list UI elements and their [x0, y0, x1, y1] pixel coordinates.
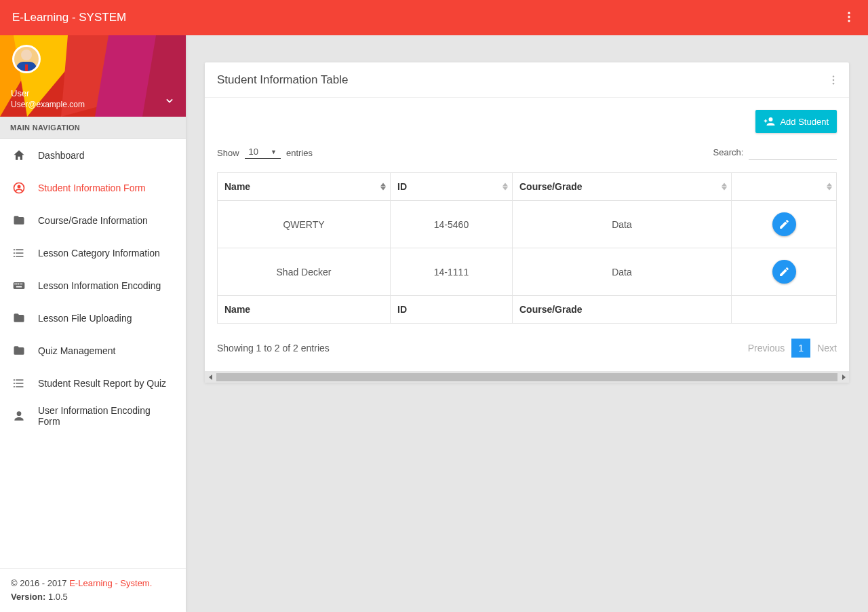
- svg-point-25: [833, 75, 835, 77]
- footer-version-value: 1.0.5: [45, 592, 68, 602]
- list-icon: [12, 377, 26, 390]
- sidebar-item-label: Lesson Category Information: [38, 248, 160, 259]
- pencil-icon: [778, 218, 790, 230]
- list-icon: [12, 246, 26, 260]
- col-id-label: ID: [397, 181, 407, 192]
- avatar: [12, 45, 41, 73]
- sidebar-item-label: Dashboard: [38, 150, 85, 161]
- sidebar-item-label: Lesson Information Encoding: [38, 280, 161, 291]
- page-previous[interactable]: Previous: [748, 343, 785, 353]
- col-name[interactable]: Name: [218, 173, 391, 201]
- scroll-left-arrow[interactable]: [205, 371, 216, 383]
- svg-marker-30: [842, 375, 846, 380]
- home-icon: [12, 149, 26, 162]
- sidebar-item-lesson-upload[interactable]: Lesson File Uploading: [0, 302, 186, 334]
- table-bottom: Showing 1 to 2 of 2 entries Previous 1 N…: [217, 324, 837, 370]
- scroll-right-arrow[interactable]: [837, 371, 849, 383]
- card-header: Student Information Table: [205, 62, 849, 98]
- foot-name: Name: [218, 296, 391, 324]
- foot-actions: [732, 296, 837, 324]
- col-course[interactable]: Course/Grade: [513, 173, 732, 201]
- edit-row-button[interactable]: [772, 260, 796, 284]
- page-next[interactable]: Next: [817, 343, 837, 353]
- svg-point-0: [848, 12, 850, 14]
- svg-point-12: [14, 252, 15, 254]
- folder-icon: [12, 214, 26, 227]
- col-id[interactable]: ID: [391, 173, 513, 201]
- cell-actions: [732, 248, 837, 296]
- folder-icon: [12, 344, 26, 358]
- triangle-left-icon: [208, 375, 214, 380]
- svg-point-23: [14, 386, 15, 387]
- svg-point-22: [14, 383, 15, 384]
- user-menu-toggle[interactable]: [163, 94, 176, 107]
- svg-point-21: [14, 379, 15, 381]
- col-actions[interactable]: [732, 173, 837, 201]
- account-circle-icon: [12, 181, 26, 195]
- sidebar-user-info[interactable]: User User@example.com: [11, 88, 85, 110]
- svg-point-1: [848, 16, 850, 18]
- svg-point-13: [14, 256, 15, 257]
- svg-point-26: [833, 79, 835, 81]
- sidebar-item-user-encoding[interactable]: User Information Encoding Form: [0, 400, 186, 432]
- card-more-button[interactable]: [827, 74, 840, 86]
- user-email: User@example.com: [11, 99, 85, 110]
- table-controls: Show 10 ▼ entries Search:: [217, 141, 837, 172]
- sidebar-nav: Dashboard Student Information Form Cours…: [0, 139, 186, 568]
- more-vert-icon: [827, 74, 840, 86]
- person-icon: [12, 409, 26, 423]
- footer-copyright: © 2016 - 2017: [11, 578, 69, 588]
- sidebar-item-lesson-encoding[interactable]: Lesson Information Encoding: [0, 269, 186, 302]
- user-name: User: [11, 88, 85, 99]
- sidebar-item-label: Student Information Form: [38, 183, 146, 193]
- svg-point-11: [14, 249, 15, 250]
- horizontal-scrollbar[interactable]: [205, 371, 849, 383]
- student-table-card: Student Information Table Add Student: [205, 62, 849, 383]
- table-footer-row: Name ID Course/Grade: [218, 296, 837, 324]
- sidebar-item-dashboard[interactable]: Dashboard: [0, 139, 186, 172]
- sidebar-item-label: Course/Grade Information: [38, 215, 148, 226]
- footer-link[interactable]: E-Learning - System.: [69, 578, 152, 588]
- entries-select[interactable]: 10 ▼: [245, 147, 281, 159]
- sidebar-footer: © 2016 - 2017 E-Learning - System. Versi…: [0, 568, 186, 612]
- page-number[interactable]: 1: [791, 339, 810, 358]
- svg-point-27: [833, 83, 835, 85]
- sidebar-item-student-result[interactable]: Student Result Report by Quiz: [0, 367, 186, 400]
- sort-icon: [502, 183, 508, 191]
- chevron-down-icon: [163, 94, 176, 107]
- svg-rect-19: [21, 284, 22, 285]
- edit-row-button[interactable]: [772, 212, 796, 236]
- entries-value: 10: [249, 147, 258, 157]
- sidebar-section-label: MAIN NAVIGATION: [0, 117, 186, 139]
- sort-icon: [380, 183, 386, 191]
- topbar-more-button[interactable]: [842, 10, 856, 24]
- add-student-button[interactable]: Add Student: [755, 110, 837, 133]
- main-content: Student Information Table Add Student: [186, 35, 868, 612]
- table-info: Showing 1 to 2 of 2 entries: [217, 343, 330, 353]
- cell-id: 14-5460: [391, 201, 513, 248]
- svg-rect-15: [14, 284, 16, 285]
- folder-icon: [12, 311, 26, 325]
- sidebar-item-course-grade[interactable]: Course/Grade Information: [0, 204, 186, 237]
- scroll-track[interactable]: [216, 373, 837, 381]
- add-student-label: Add Student: [780, 117, 829, 127]
- sidebar-item-student-information[interactable]: Student Information Form: [0, 172, 186, 204]
- foot-course: Course/Grade: [513, 296, 732, 324]
- search-input[interactable]: [749, 145, 837, 160]
- sidebar-item-lesson-category[interactable]: Lesson Category Information: [0, 237, 186, 269]
- sidebar: User User@example.com MAIN NAVIGATION Da…: [0, 35, 186, 612]
- person-add-icon: [764, 115, 776, 128]
- table-row: QWERTY 14-5460 Data: [218, 201, 837, 248]
- sidebar-item-quiz-management[interactable]: Quiz Management: [0, 334, 186, 367]
- svg-rect-20: [16, 286, 22, 288]
- svg-point-24: [17, 411, 22, 416]
- footer-version-label: Version:: [11, 592, 45, 602]
- svg-point-10: [18, 185, 21, 188]
- student-table: Name ID Course/Grade QWERTY 14-5460 Data: [217, 172, 837, 324]
- sort-icon: [722, 183, 727, 191]
- svg-rect-17: [18, 284, 19, 285]
- foot-id: ID: [391, 296, 513, 324]
- cell-name: QWERTY: [218, 201, 391, 248]
- sidebar-item-label: Quiz Management: [38, 345, 115, 356]
- top-bar: E-Learning - SYSTEM: [0, 0, 868, 35]
